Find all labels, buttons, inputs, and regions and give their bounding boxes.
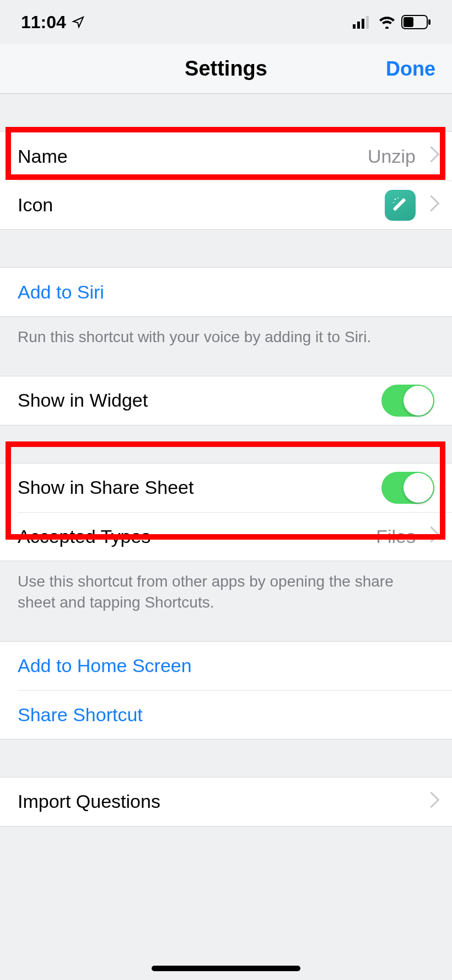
chevron-right-icon [426,794,434,809]
show-in-share-sheet-toggle[interactable] [381,472,434,504]
location-icon [72,15,85,29]
status-right [353,15,431,29]
battery-icon [401,15,431,29]
icon-row[interactable]: Icon [18,180,452,229]
group-name-icon: Name Unzip Icon [0,131,452,230]
done-button[interactable]: Done [386,57,435,81]
share-sheet-footer: Use this shortcut from other apps by ope… [0,561,452,621]
svg-point-11 [397,198,399,199]
wifi-icon [378,15,396,29]
share-shortcut-button[interactable]: Share Shortcut [18,690,452,739]
import-questions-row[interactable]: Import Questions [0,777,452,826]
add-to-home-screen-button[interactable]: Add to Home Screen [0,642,452,690]
magic-wand-icon [391,196,410,215]
name-label: Name [18,146,68,167]
share-shortcut-label: Share Shortcut [18,704,143,726]
add-to-siri-label: Add to Siri [18,281,104,303]
name-row[interactable]: Name Unzip [0,132,452,180]
chevron-right-icon [426,198,434,213]
group-share-sheet: Show in Share Sheet Accepted Types Files [0,463,452,561]
svg-point-10 [393,202,394,203]
svg-rect-7 [428,19,431,25]
svg-rect-8 [393,198,406,211]
home-indicator[interactable] [152,966,300,971]
cellular-icon [353,15,373,29]
nav-bar: Settings Done [0,44,452,94]
group-actions: Add to Home Screen Share Shortcut [0,641,452,739]
show-in-share-sheet-label: Show in Share Sheet [18,477,193,498]
group-widget: Show in Widget [0,376,452,425]
add-to-siri-button[interactable]: Add to Siri [0,268,452,316]
name-value: Unzip [368,146,416,167]
svg-rect-3 [362,19,364,29]
siri-footer: Run this shortcut with your voice by add… [0,317,452,356]
svg-marker-0 [73,17,83,27]
group-import: Import Questions [0,777,452,827]
group-siri: Add to Siri [0,267,452,317]
svg-rect-6 [403,17,413,27]
nav-title: Settings [185,57,267,81]
svg-point-9 [395,198,396,200]
svg-rect-4 [366,16,369,29]
svg-rect-2 [357,22,360,29]
status-time: 11:04 [21,12,66,33]
accepted-types-label: Accepted Types [18,526,150,547]
show-in-widget-label: Show in Widget [18,390,148,411]
show-in-widget-toggle[interactable] [381,385,434,417]
status-left: 11:04 [21,12,85,33]
show-in-share-sheet-row: Show in Share Sheet [0,464,452,512]
import-questions-label: Import Questions [18,791,160,812]
shortcut-icon-preview [385,190,416,221]
chevron-right-icon [426,529,434,544]
status-bar: 11:04 [0,0,452,44]
svg-rect-1 [353,24,356,29]
accepted-types-row[interactable]: Accepted Types Files [18,512,452,561]
icon-label: Icon [18,194,53,216]
add-to-home-screen-label: Add to Home Screen [18,655,192,677]
accepted-types-value: Files [376,526,416,547]
show-in-widget-row: Show in Widget [0,376,452,425]
chevron-right-icon [426,148,434,164]
